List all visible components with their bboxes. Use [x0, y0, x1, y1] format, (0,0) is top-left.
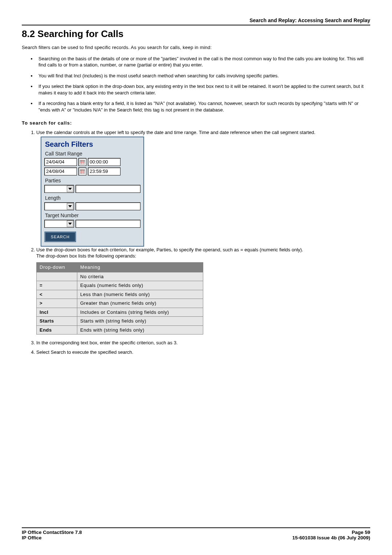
length-row	[44, 202, 140, 210]
target-operand-select[interactable]	[44, 220, 74, 228]
footer-line-2: IP Office 15-601038 Issue 4b (06 July 20…	[22, 535, 370, 540]
table-row: Starts Starts with (string fields only)	[37, 317, 203, 326]
steps-list: Use the calendar controls at the upper l…	[36, 129, 370, 136]
table-row: = Equals (numeric fields only)	[37, 281, 203, 290]
time-from-input[interactable]	[88, 158, 121, 166]
length-label: Length	[45, 195, 140, 201]
col-dropdown: Drop-down	[37, 263, 77, 272]
parties-operand-select[interactable]	[44, 185, 74, 193]
step-1: Use the calendar controls at the upper l…	[36, 129, 370, 136]
footer-left-2: IP Office	[22, 535, 42, 540]
chevron-down-icon	[67, 203, 73, 210]
mean-cell: Ends with (string fields only)	[77, 325, 203, 335]
footer-right-2: 15-601038 Issue 4b (06 July 2009)	[292, 535, 370, 540]
parties-label: Parties	[45, 178, 140, 183]
mean-cell: Starts with (string fields only)	[77, 317, 203, 326]
steps-list-cont: Use the drop-down boxes for each criteri…	[36, 247, 370, 356]
step-3-text: In the corresponding text box, enter the…	[36, 340, 178, 345]
date-to-row	[44, 167, 140, 175]
step-1-text: Use the calendar controls at the upper l…	[36, 130, 315, 135]
bullet-item: You will find that Incl (includes) is th…	[36, 73, 370, 79]
length-value-input[interactable]	[75, 202, 140, 210]
op-cell: <	[37, 290, 77, 299]
table-row: Ends Ends with (string fields only)	[37, 325, 203, 335]
length-operand-select[interactable]	[44, 202, 74, 210]
footer-line-1: IP Office ContactStore 7.8 Page 59	[22, 530, 370, 535]
table-row: < Less than (numeric fields only)	[37, 290, 203, 299]
mean-cell: No criteria	[77, 272, 203, 281]
mean-cell: Greater than (numeric fields only)	[77, 299, 203, 308]
parties-row	[44, 185, 140, 193]
table-row: Incl Includes or Contains (string fields…	[37, 308, 203, 317]
operand-table: Drop-down Meaning No criteria = Equals (…	[36, 262, 203, 335]
col-meaning: Meaning	[77, 263, 203, 272]
mean-cell: Less than (numeric fields only)	[77, 290, 203, 299]
target-number-label: Target Number	[45, 212, 140, 218]
op-cell: =	[37, 281, 77, 290]
step-2-text-a: Use the drop-down boxes for each criteri…	[36, 247, 303, 252]
step-4-text: Select Search to execute the specified s…	[36, 349, 133, 355]
mean-cell: Equals (numeric fields only)	[77, 281, 203, 290]
calendar-icon[interactable]	[78, 158, 86, 166]
date-to-input[interactable]	[44, 167, 77, 175]
filters-wrapper: Search Filters Call Start Range Parties	[41, 137, 370, 247]
op-cell: Starts	[37, 317, 77, 326]
filters-title: Search Filters	[45, 140, 140, 149]
op-cell	[37, 272, 77, 281]
intro-paragraph: Search filters can be used to find speci…	[22, 44, 370, 51]
bullet-item: Searching on the basis of the details of…	[36, 56, 370, 68]
procedure-heading: To search for calls:	[22, 120, 370, 126]
table-row: No criteria	[37, 272, 203, 281]
parties-value-input[interactable]	[75, 185, 140, 193]
time-to-input[interactable]	[88, 167, 121, 175]
document-page: Search and Replay: Accessing Search and …	[0, 0, 392, 555]
calendar-icon[interactable]	[78, 167, 86, 175]
chevron-down-icon	[67, 220, 73, 227]
step-4: Select Search to execute the specified s…	[36, 349, 370, 356]
footer-right-1: Page 59	[352, 530, 370, 535]
bullet-list: Searching on the basis of the details of…	[36, 56, 370, 113]
chevron-down-icon	[67, 186, 73, 192]
step-2: Use the drop-down boxes for each criteri…	[36, 247, 370, 335]
search-button[interactable]: SEARCH	[44, 231, 76, 242]
target-value-input[interactable]	[75, 220, 140, 228]
op-cell: Incl	[37, 308, 77, 317]
target-row	[44, 220, 140, 228]
svg-rect-0	[80, 160, 85, 165]
call-start-range-label: Call Start Range	[45, 151, 140, 157]
table-header-row: Drop-down Meaning	[37, 263, 203, 272]
search-filters-panel: Search Filters Call Start Range Parties	[41, 137, 144, 247]
date-from-input[interactable]	[44, 158, 77, 166]
footer-left-1: IP Office ContactStore 7.8	[22, 530, 82, 535]
bullet-item: If a recording has a blank entry for a f…	[36, 100, 370, 113]
mean-cell: Includes or Contains (string fields only…	[77, 308, 203, 317]
table-row: > Greater than (numeric fields only)	[37, 299, 203, 308]
bullet-item: If you select the blank option in the dr…	[36, 83, 370, 96]
op-cell: Ends	[37, 325, 77, 335]
breadcrumb: Search and Replay: Accessing Search and …	[22, 17, 370, 23]
page-title: 8.2 Searching for Calls	[22, 28, 370, 40]
step-2-text-b: The drop-down box lists the following op…	[36, 253, 136, 259]
step-3: In the corresponding text box, enter the…	[36, 340, 370, 346]
page-footer: IP Office ContactStore 7.8 Page 59 IP Of…	[22, 527, 370, 540]
date-from-row	[44, 158, 140, 166]
header-rule	[22, 25, 370, 25]
op-cell: >	[37, 299, 77, 308]
svg-rect-5	[80, 170, 85, 174]
footer-rule	[22, 527, 370, 528]
